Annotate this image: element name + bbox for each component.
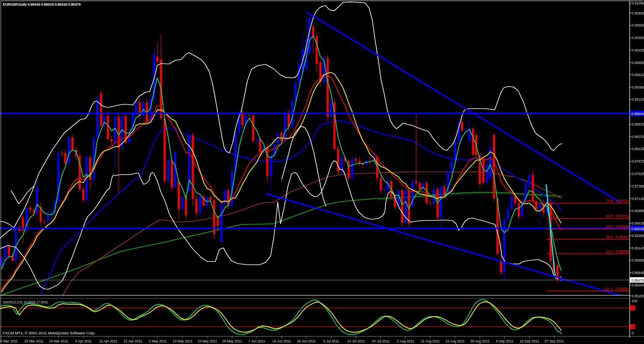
svg-text:0.86390: 0.86390	[632, 234, 644, 238]
svg-text:61.8: 61.8	[606, 214, 613, 218]
svg-text:21 Aug 2011: 21 Aug 2011	[446, 339, 465, 343]
svg-text:0.88370: 0.88370	[632, 135, 644, 139]
svg-text:0.88620: 0.88620	[632, 122, 644, 126]
svg-text:16 Jun 2011: 16 Jun 2011	[272, 339, 291, 343]
svg-text:0.86716: 0.86716	[615, 214, 629, 218]
svg-text:24 Jul 2011: 24 Jul 2011	[372, 339, 390, 343]
svg-text:0.86885: 0.86885	[632, 209, 644, 213]
svg-text:21 Apr 2011: 21 Apr 2011	[124, 339, 142, 343]
svg-text:5 Jul 2011: 5 Jul 2011	[323, 339, 339, 343]
svg-text:8 Sep 2011: 8 Sep 2011	[496, 339, 514, 343]
svg-text:0.90600: 0.90600	[632, 23, 644, 27]
svg-text:6 Mar 2011: 6 Mar 2011	[0, 339, 18, 343]
svg-text:0.90350: 0.90350	[632, 36, 644, 40]
svg-text:0.89360: 0.89360	[632, 85, 644, 89]
svg-text:0.86539: 0.86539	[632, 227, 644, 231]
svg-text:18 Sep 2011: 18 Sep 2011	[520, 339, 539, 343]
svg-text:121.4: 121.4	[604, 287, 613, 291]
svg-text:0.85150: 0.85150	[632, 294, 644, 298]
svg-text:0.90105: 0.90105	[632, 48, 644, 52]
svg-text:EURGBP,Daily 0.85443 0.85515: EURGBP,Daily 0.85443 0.85515 0.85416 0.8…	[3, 2, 81, 6]
svg-text:100: 100	[632, 299, 638, 303]
svg-text:0.87625: 0.87625	[632, 172, 644, 176]
svg-text:12 Apr 2011: 12 Apr 2011	[99, 339, 118, 343]
svg-text:19 May 2011: 19 May 2011	[197, 339, 217, 343]
svg-text:0.85254: 0.85254	[615, 287, 629, 291]
svg-text:0.89115: 0.89115	[632, 97, 644, 101]
svg-text:21.4: 21.4	[606, 249, 613, 253]
svg-text:0.85400: 0.85400	[632, 283, 644, 287]
svg-text:0.87130: 0.87130	[632, 197, 644, 201]
svg-text:0.87380: 0.87380	[632, 184, 644, 188]
svg-text:14 Jul 2011: 14 Jul 2011	[347, 339, 365, 343]
svg-text:0.87875: 0.87875	[632, 159, 644, 163]
svg-text:0.86140: 0.86140	[632, 246, 644, 250]
svg-text:0.85645: 0.85645	[632, 271, 644, 275]
svg-text:3 Apr 2011: 3 Apr 2011	[75, 339, 92, 343]
svg-text:50.0: 50.0	[606, 225, 613, 229]
svg-text:FXCM MT4, © 2001-2011 MetaQuot: FXCM MT4, © 2001-2011 MetaQuotes Softwar…	[3, 331, 95, 335]
svg-text:78.6: 78.6	[606, 199, 613, 203]
svg-text:38.2: 38.2	[606, 235, 613, 239]
svg-text:1 May 2011: 1 May 2011	[149, 339, 167, 343]
svg-text:26 Jun 2011: 26 Jun 2011	[297, 339, 316, 343]
svg-text:0.86635: 0.86635	[632, 221, 644, 225]
svg-text:0.85479: 0.85479	[632, 278, 644, 282]
svg-text:29 May 2011: 29 May 2011	[222, 339, 242, 343]
svg-text:0.91095: 0.91095	[632, 1, 644, 5]
svg-text:Stoch(13,3,5) 10.6004 17.0041: Stoch(13,3,5) 10.6004 17.0041	[3, 300, 48, 304]
svg-text:0.89855: 0.89855	[632, 61, 644, 65]
svg-text:0.86006: 0.86006	[615, 249, 629, 253]
svg-text:0.88844: 0.88844	[632, 112, 644, 116]
svg-text:7 Jun 2011: 7 Jun 2011	[248, 339, 265, 343]
svg-text:27 Sep 2011: 27 Sep 2011	[545, 339, 564, 343]
svg-text:0.87011: 0.87011	[616, 199, 629, 203]
svg-text:24 Mar 2011: 24 Mar 2011	[49, 339, 68, 343]
svg-text:11 Aug 2011: 11 Aug 2011	[421, 339, 440, 343]
svg-text:0.88125: 0.88125	[632, 147, 644, 151]
svg-text:75: 75	[632, 306, 636, 310]
svg-text:2 Aug 2011: 2 Aug 2011	[397, 339, 414, 343]
svg-text:0: 0	[632, 331, 634, 335]
svg-text:30 Aug 2011: 30 Aug 2011	[470, 339, 489, 343]
svg-text:0.89610: 0.89610	[632, 73, 644, 77]
svg-text:25: 25	[632, 325, 636, 329]
svg-text:0.90845: 0.90845	[632, 11, 644, 15]
svg-text:0.85895: 0.85895	[632, 258, 644, 262]
svg-text:15 Mar 2011: 15 Mar 2011	[24, 339, 43, 343]
svg-text:0.86301: 0.86301	[615, 235, 629, 239]
svg-text:0.86508: 0.86508	[615, 225, 629, 229]
svg-text:10 May 2011: 10 May 2011	[173, 339, 192, 343]
